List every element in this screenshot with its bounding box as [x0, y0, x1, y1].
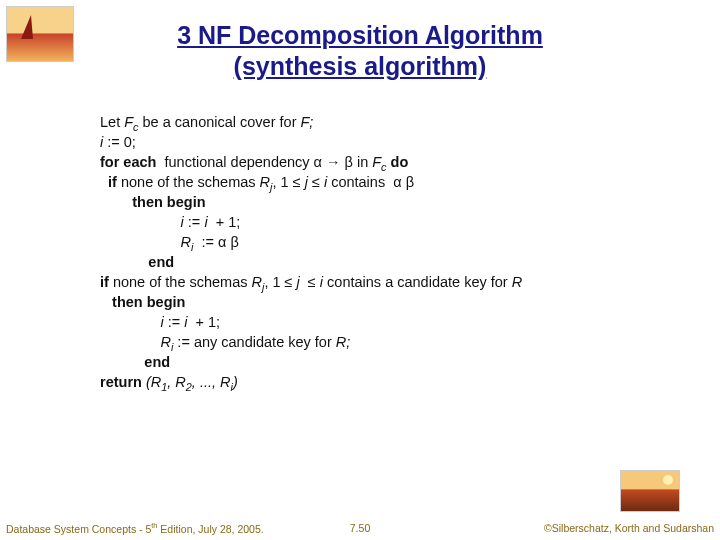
algo-line-3: for each functional dependency α → β in … — [100, 152, 690, 172]
algo-line-1: Let Fc be a canonical cover for F; — [100, 112, 690, 132]
footer-left: Database System Concepts - 5th Edition, … — [6, 521, 264, 535]
algorithm-body: Let Fc be a canonical cover for F; i := … — [100, 112, 690, 392]
algo-line-11: i := i + 1; — [100, 312, 690, 332]
footer-center: 7.50 — [350, 522, 370, 534]
algo-line-8: end — [100, 252, 690, 272]
bottom-right-logo — [620, 470, 680, 512]
slide-title: 3 NF Decomposition Algorithm (synthesis … — [0, 10, 720, 83]
algo-line-13: end — [100, 352, 690, 372]
algo-line-2: i := 0; — [100, 132, 690, 152]
footer-right: ©Silberschatz, Korth and Sudarshan — [544, 522, 714, 534]
title-line-2: (synthesis algorithm) — [234, 52, 487, 80]
algo-line-14: return (R1, R2, ..., Ri) — [100, 372, 690, 392]
title-line-1: 3 NF Decomposition Algorithm — [177, 21, 543, 49]
algo-line-5: then begin — [100, 192, 690, 212]
algo-line-4: if none of the schemas Rj, 1 ≤ j ≤ i con… — [100, 172, 690, 192]
algo-line-12: Ri := any candidate key for R; — [100, 332, 690, 352]
top-left-logo — [6, 6, 74, 62]
algo-line-6: i := i + 1; — [100, 212, 690, 232]
algo-line-10: then begin — [100, 292, 690, 312]
algo-line-7: Ri := α β — [100, 232, 690, 252]
algo-line-9: if none of the schemas Rj, 1 ≤ j ≤ i con… — [100, 272, 690, 292]
